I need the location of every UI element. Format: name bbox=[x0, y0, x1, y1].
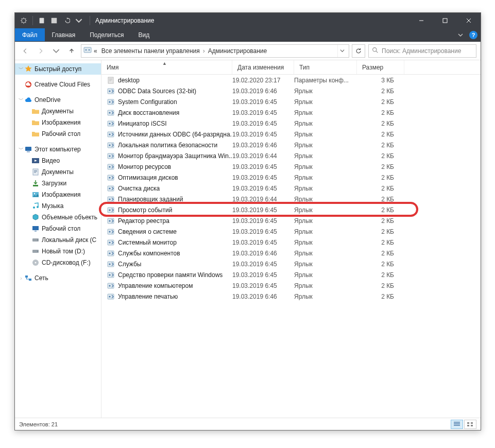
file-row[interactable]: Средство проверки памяти Windows19.03.20… bbox=[101, 269, 481, 280]
sidebar-item-onedrive-images[interactable]: Изображения bbox=[15, 117, 101, 128]
sidebar-item-3d[interactable]: Объемные объекть bbox=[15, 212, 101, 223]
sidebar-item-documents[interactable]: Документы bbox=[15, 166, 101, 178]
qat-properties-icon[interactable] bbox=[36, 15, 47, 26]
file-icon bbox=[107, 249, 115, 257]
address-bar-row: « Все элементы панели управления › Админ… bbox=[15, 42, 481, 60]
nav-back-button[interactable] bbox=[19, 45, 31, 57]
column-type[interactable]: Тип bbox=[294, 60, 357, 74]
file-row[interactable]: Инициатор iSCSI19.03.2019 6:45Ярлык2 КБ bbox=[101, 118, 481, 129]
file-row[interactable]: ODBC Data Sources (32-bit)19.03.2019 6:4… bbox=[101, 85, 481, 96]
breadcrumb-item-1[interactable]: Все элементы панели управления bbox=[99, 47, 202, 55]
network-icon bbox=[24, 274, 32, 282]
breadcrumb-item-2[interactable]: Администрирование bbox=[206, 47, 269, 55]
file-row[interactable]: Управление компьютером19.03.2019 6:45Ярл… bbox=[101, 280, 481, 291]
svg-rect-10 bbox=[27, 151, 30, 152]
refresh-button[interactable] bbox=[352, 44, 365, 58]
address-dropdown-icon[interactable] bbox=[337, 45, 347, 57]
sidebar-item-network[interactable]: › Сеть bbox=[15, 272, 101, 284]
file-row[interactable]: desktop19.02.2020 23:17Параметры конф...… bbox=[101, 75, 481, 85]
sidebar-item-pictures[interactable]: Изображения bbox=[15, 189, 101, 200]
svg-point-52 bbox=[109, 209, 110, 211]
file-date: 19.03.2019 6:45 bbox=[232, 282, 294, 289]
window-title: Администрирование bbox=[92, 17, 409, 24]
file-row[interactable]: Монитор брандмауэра Защитника Win...19.0… bbox=[101, 150, 481, 161]
column-name[interactable]: Имя bbox=[101, 60, 232, 74]
tab-view[interactable]: Вид bbox=[131, 28, 157, 41]
file-name: Сведения о системе bbox=[118, 228, 177, 235]
folder-icon bbox=[31, 118, 40, 127]
creative-cloud-icon bbox=[24, 80, 32, 89]
file-row[interactable]: Управление печатью19.03.2019 6:46Ярлык2 … bbox=[101, 291, 481, 302]
minimize-button[interactable] bbox=[409, 13, 433, 28]
file-row[interactable]: Источники данных ODBC (64-разрядна...19.… bbox=[101, 129, 481, 140]
file-type: Параметры конф... bbox=[294, 77, 357, 84]
svg-point-42 bbox=[109, 155, 110, 157]
nav-up-button[interactable] bbox=[65, 45, 78, 57]
sidebar-item-label: Этот компьютер bbox=[35, 146, 81, 153]
file-size: 3 КБ bbox=[357, 77, 399, 84]
file-row[interactable]: System Configuration19.03.2019 6:45Ярлык… bbox=[101, 96, 481, 107]
sidebar-item-quick-access[interactable]: ﹀ Быстрый доступ bbox=[15, 63, 101, 75]
title-bar[interactable]: Администрирование bbox=[15, 13, 481, 28]
tab-home[interactable]: Главная bbox=[45, 28, 83, 41]
view-large-icons-button[interactable] bbox=[464, 420, 476, 429]
file-size: 2 КБ bbox=[357, 271, 399, 279]
maximize-button[interactable] bbox=[433, 13, 457, 28]
sidebar-item-downloads[interactable]: Загрузки bbox=[15, 178, 101, 189]
navigation-pane[interactable]: ﹀ Быстрый доступ Creative Cloud Files ﹀ … bbox=[15, 60, 101, 418]
chevron-right-icon[interactable]: › bbox=[202, 47, 206, 55]
file-row[interactable]: Диск восстановления19.03.2019 6:45Ярлык2… bbox=[101, 107, 481, 118]
qat-tools-icon[interactable] bbox=[18, 15, 29, 26]
ribbon-expand-icon[interactable] bbox=[455, 28, 466, 41]
file-row[interactable]: Службы компонентов19.03.2019 6:46Ярлык2 … bbox=[101, 248, 481, 259]
sidebar-item-onedrive-desktop[interactable]: Рабочий стол bbox=[15, 128, 101, 140]
file-row[interactable]: Оптимизация дисков19.03.2019 6:45Ярлык2 … bbox=[101, 172, 481, 183]
file-row[interactable]: Планировщик заданий19.03.2019 6:44Ярлык2… bbox=[101, 194, 481, 204]
file-row[interactable]: Очистка диска19.03.2019 6:45Ярлык2 КБ bbox=[101, 183, 481, 194]
sidebar-item-music[interactable]: Музыка bbox=[15, 200, 101, 212]
file-row[interactable]: Просмотр событий19.03.2019 6:45Ярлык2 КБ bbox=[101, 204, 481, 215]
file-type: Ярлык bbox=[294, 120, 357, 127]
svg-point-21 bbox=[37, 239, 38, 240]
tab-share[interactable]: Поделиться bbox=[82, 28, 131, 41]
sidebar-item-label: Видео bbox=[42, 157, 60, 164]
sidebar-item-local-c[interactable]: Локальный диск (C bbox=[15, 234, 101, 246]
file-row[interactable]: Монитор ресурсов19.03.2019 6:45Ярлык2 КБ bbox=[101, 161, 481, 172]
search-box[interactable] bbox=[368, 44, 476, 58]
search-input[interactable] bbox=[382, 47, 473, 55]
svg-point-44 bbox=[109, 166, 110, 167]
column-date[interactable]: Дата изменения bbox=[232, 60, 294, 74]
file-row[interactable]: Локальная политика безопасности19.03.201… bbox=[101, 140, 481, 150]
nav-recent-dropdown[interactable] bbox=[50, 45, 62, 57]
nav-forward-button[interactable] bbox=[35, 45, 47, 57]
music-icon bbox=[31, 202, 40, 210]
file-rows-container[interactable]: desktop19.02.2020 23:17Параметры конф...… bbox=[101, 75, 481, 418]
file-icon bbox=[107, 292, 115, 301]
sidebar-item-label: Локальный диск (C bbox=[42, 236, 96, 244]
column-size[interactable]: Размер bbox=[357, 60, 404, 74]
sidebar-item-onedrive-docs[interactable]: Документы bbox=[15, 106, 101, 117]
file-row[interactable]: Службы19.03.2019 6:45Ярлык2 КБ bbox=[101, 259, 481, 269]
sidebar-item-new-vol-d[interactable]: Новый том (D:) bbox=[15, 246, 101, 257]
sidebar-item-desktop[interactable]: Рабочий стол bbox=[15, 223, 101, 234]
file-name: Управление компьютером bbox=[118, 282, 193, 289]
sidebar-item-videos[interactable]: Видео bbox=[15, 155, 101, 166]
svg-rect-72 bbox=[471, 425, 473, 426]
qat-undo-icon[interactable] bbox=[61, 15, 72, 26]
computer-icon bbox=[24, 145, 32, 153]
sidebar-item-onedrive[interactable]: ﹀ OneDrive bbox=[15, 94, 101, 106]
sidebar-item-this-pc[interactable]: ﹀ Этот компьютер bbox=[15, 144, 101, 155]
sidebar-item-creative-cloud[interactable]: Creative Cloud Files bbox=[15, 79, 101, 90]
address-bar[interactable]: « Все элементы панели управления › Админ… bbox=[81, 44, 349, 58]
view-details-button[interactable] bbox=[451, 420, 463, 429]
help-button[interactable]: ? bbox=[466, 28, 481, 41]
cloud-icon bbox=[24, 96, 32, 104]
qat-new-folder-icon[interactable] bbox=[48, 15, 60, 26]
file-row[interactable]: Редактор реестра19.03.2019 6:45Ярлык2 КБ bbox=[101, 215, 481, 226]
qat-dropdown-icon[interactable] bbox=[73, 15, 84, 26]
file-row[interactable]: Системный монитор19.03.2019 6:45Ярлык2 К… bbox=[101, 237, 481, 248]
tab-file[interactable]: Файл bbox=[15, 28, 45, 41]
file-row[interactable]: Сведения о системе19.03.2019 6:45Ярлык2 … bbox=[101, 226, 481, 237]
sidebar-item-cd-f[interactable]: CD-дисковод (F:) bbox=[15, 257, 101, 268]
close-button[interactable] bbox=[457, 13, 481, 28]
